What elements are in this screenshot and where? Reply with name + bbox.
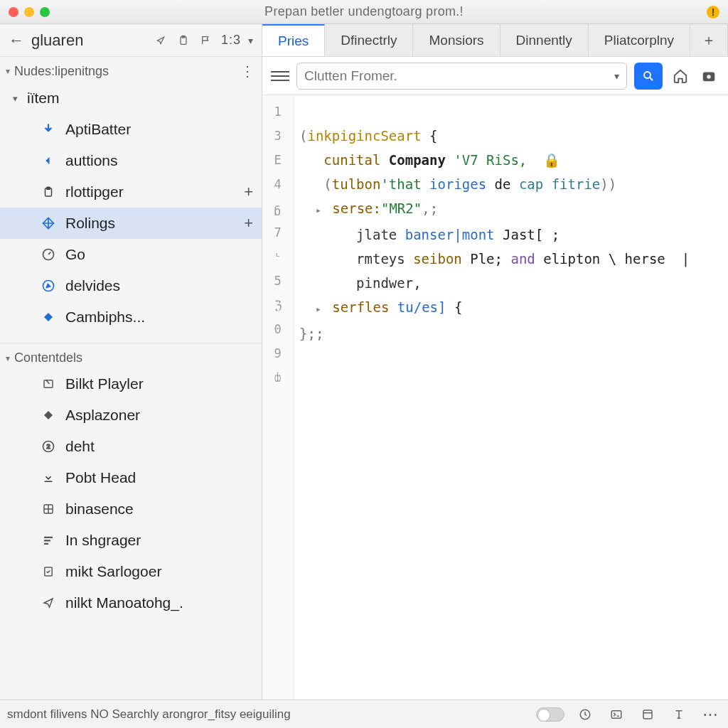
- card-icon: [40, 375, 57, 392]
- minimize-window-button[interactable]: [24, 7, 34, 17]
- section-divider: [0, 343, 262, 343]
- download-icon: [40, 469, 57, 486]
- layout-icon[interactable]: [637, 704, 658, 725]
- svg-rect-12: [44, 543, 48, 545]
- camera-icon[interactable]: [698, 65, 719, 87]
- clipboard-small-icon: [40, 183, 57, 200]
- kebab-menu-icon[interactable]: ⋮: [240, 63, 255, 80]
- back-icon[interactable]: ←: [9, 31, 24, 50]
- svg-rect-19: [643, 710, 652, 719]
- breadcrumb[interactable]: gluaren: [31, 31, 83, 50]
- chevron-down-icon[interactable]: ▾: [248, 35, 253, 46]
- number-circle-icon: 2: [40, 438, 57, 455]
- tree-label: Rolings: [65, 215, 115, 232]
- tree-item-go[interactable]: Go: [0, 239, 262, 270]
- locate-icon[interactable]: [153, 33, 168, 48]
- add-icon[interactable]: +: [244, 214, 253, 232]
- tree-item-auttions[interactable]: auttions: [0, 145, 262, 176]
- terminal-icon[interactable]: [606, 704, 627, 725]
- tree-section-1: iïtem AptiBatter auttions rlottipger + R…: [0, 82, 262, 338]
- tree-label: Asplazoner: [65, 407, 140, 424]
- tree-label: In shgrager: [65, 532, 141, 549]
- tree-label: Pobt Head: [65, 469, 136, 486]
- window-title: Prepan betler undengtoarg prom.!: [0, 4, 728, 19]
- section-title: Nudes:lipenitngs: [14, 64, 109, 79]
- flag-icon[interactable]: [198, 33, 214, 48]
- window-titlebar: Prepan betler undengtoarg prom.! !: [0, 0, 728, 24]
- close-window-button[interactable]: [9, 7, 18, 17]
- clipboard-icon[interactable]: [176, 33, 191, 48]
- tree-label: Bilkt Playler: [65, 375, 144, 392]
- project-sidebar: ← gluaren 1:3 ▾ ▾ Nudes:lipenitngs ⋮ iït…: [0, 24, 262, 700]
- more-icon[interactable]: ⋯: [700, 704, 721, 725]
- tree-item-deht[interactable]: 2 deht: [0, 431, 262, 462]
- diamond-solid-icon: [40, 309, 57, 326]
- svg-rect-3: [47, 187, 50, 189]
- tree-item-rolings[interactable]: Rolings +: [0, 208, 262, 239]
- tree-item-bilkt[interactable]: Bilkt Playler: [0, 368, 262, 400]
- editor-toolbar: ▾: [262, 57, 728, 95]
- tree-item-shgrager[interactable]: In shgrager: [0, 525, 262, 556]
- window-controls: [9, 7, 50, 17]
- tab-label: Pliatcorplny: [604, 33, 674, 48]
- disclosure-icon: ▾: [6, 66, 10, 76]
- tree-label: AptiBatter: [65, 121, 131, 138]
- svg-rect-11: [44, 540, 50, 541]
- disclosure-icon: ▾: [6, 353, 10, 363]
- chevron-down-icon[interactable]: ▾: [614, 70, 619, 82]
- clock-icon[interactable]: [574, 704, 596, 725]
- search-field[interactable]: ▾: [296, 63, 627, 90]
- tab-pliatcorplny[interactable]: Pliatcorplny: [589, 24, 690, 56]
- tree-item-manoatohg[interactable]: nilkt Manoatohg_.: [0, 587, 262, 619]
- code-text[interactable]: (inkpigincSeart { cunital Company 'V7 Ri…: [294, 95, 728, 700]
- section-header-contentdels[interactable]: ▾ Contentdels: [0, 345, 262, 368]
- tree-item-binasence[interactable]: binasence: [0, 493, 262, 525]
- tree-root-item[interactable]: iïtem: [0, 82, 262, 114]
- tree-label: nilkt Manoatohg_.: [65, 594, 183, 611]
- tab-pries[interactable]: Pries: [262, 23, 325, 56]
- tree-label: mikt Sarlogoer: [65, 563, 161, 580]
- zoom-window-button[interactable]: [40, 7, 50, 17]
- tree-item-rlottipger[interactable]: rlottipger +: [0, 176, 262, 208]
- tab-add-button[interactable]: ＋: [690, 24, 728, 56]
- diamond-icon: [40, 215, 57, 232]
- svg-point-16: [707, 75, 711, 79]
- tree-label: deht: [65, 438, 95, 455]
- diamond-icon: [40, 407, 57, 424]
- bars-icon: [40, 532, 57, 549]
- toggle-switch[interactable]: [536, 707, 564, 722]
- section-title: Contentdels: [14, 350, 82, 365]
- tree-section-2: Bilkt Playler Asplazoner 2 deht Pobt Hea…: [0, 368, 262, 624]
- tree-item-pobt[interactable]: Pobt Head: [0, 462, 262, 493]
- tree-item-delvides[interactable]: delvides: [0, 270, 262, 301]
- gauge-icon: [40, 246, 57, 263]
- tab-label: Pries: [278, 33, 309, 49]
- tree-item-aptibatter[interactable]: AptiBatter: [0, 114, 262, 145]
- compass-icon: [40, 277, 57, 294]
- tree-item-cambiphs[interactable]: Cambiphs...: [0, 301, 262, 333]
- tree-item-asplazoner[interactable]: Asplazoner: [0, 400, 262, 431]
- editor-tabs: Pries Dfinectrly Monsiors Dinnently Plia…: [262, 24, 728, 57]
- search-input[interactable]: [304, 68, 614, 84]
- tree-item-sarlogoer[interactable]: mikt Sarlogoer: [0, 556, 262, 587]
- search-button[interactable]: [634, 63, 663, 90]
- svg-point-14: [644, 72, 651, 78]
- tab-dinnently[interactable]: Dinnently: [500, 24, 589, 56]
- code-area[interactable]: 13E 4ᵷ7 ᶫ5ℨ 09ȸ (inkpigincSeart { cunita…: [262, 95, 728, 700]
- tree-label: rlottipger: [65, 183, 124, 200]
- text-icon[interactable]: [668, 704, 690, 725]
- arrow-down-icon: [40, 121, 57, 138]
- home-icon[interactable]: [670, 65, 691, 87]
- add-icon[interactable]: +: [244, 183, 253, 201]
- list-icon[interactable]: [271, 71, 289, 81]
- arrow-left-icon: [40, 152, 57, 169]
- tree-label: auttions: [65, 152, 118, 169]
- warning-badge-icon[interactable]: !: [707, 6, 719, 18]
- section-header-nudes[interactable]: ▾ Nudes:lipenitngs ⋮: [0, 57, 262, 82]
- tab-dfinectrly[interactable]: Dfinectrly: [325, 24, 413, 56]
- grid-icon: [40, 500, 57, 518]
- tree-label: iïtem: [27, 90, 60, 107]
- tree-label: delvides: [65, 277, 120, 294]
- tab-monsiors[interactable]: Monsiors: [413, 24, 500, 56]
- status-text: smdont filivens NO Searchly arongror_fit…: [7, 707, 291, 722]
